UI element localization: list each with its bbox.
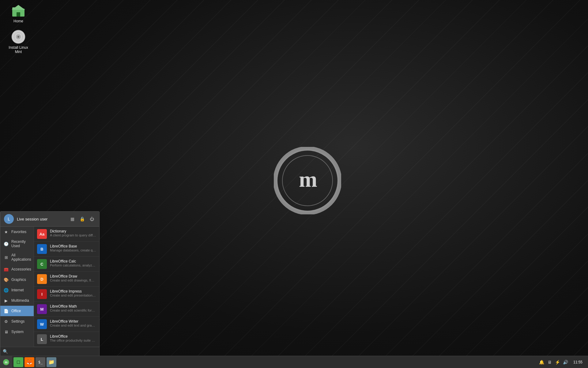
dictionary-name: Dictionary xyxy=(50,229,96,233)
sidebar-item-all-applications[interactable]: ⊞ All Applications xyxy=(0,251,34,264)
desktop: m Home xyxy=(0,0,588,368)
app-item-libreoffice-draw[interactable]: D LibreOffice Draw Create and edit drawi… xyxy=(34,272,99,287)
libreoffice-calc-icon: C xyxy=(37,259,47,269)
sidebar-item-multimedia[interactable]: ▶ Multimedia xyxy=(0,295,34,306)
menu-header: L Live session user ▦ 🔒 ⏻ xyxy=(0,212,99,227)
libreoffice-calc-desc: Perform calculations, analyze informatio… xyxy=(50,263,96,267)
taskbar-terminal[interactable]: $_ xyxy=(36,357,45,367)
libreoffice-base-desc: Manage databases, create queries and r..… xyxy=(50,248,96,252)
sidebar-item-accessories[interactable]: 🧰 Accessories xyxy=(0,264,34,274)
sidebar-item-favorites[interactable]: ★ Favorites xyxy=(0,227,34,237)
libreoffice-calc-name: LibreOffice Calc xyxy=(50,259,96,263)
office-icon: 📄 xyxy=(3,308,9,314)
sidebar-item-multimedia-label: Multimedia xyxy=(11,298,29,303)
multimedia-icon: ▶ xyxy=(3,298,9,303)
libreoffice-writer-desc: Create and edit text and graphics in let… xyxy=(50,324,96,327)
libreoffice-base-info: LibreOffice Base Manage databases, creat… xyxy=(50,244,96,252)
taskbar-tray: 🔔 🖥 ⚡ 🔊 11:55 xyxy=(536,359,588,365)
svg-rect-5 xyxy=(17,12,20,17)
libreoffice-math-desc: Create and edit scientific formulas and … xyxy=(50,309,96,312)
libreoffice-impress-icon: I xyxy=(37,289,47,299)
files-icon: 📁 xyxy=(48,359,55,365)
libreoffice-base-icon: B xyxy=(37,244,47,254)
libreoffice-base-name: LibreOffice Base xyxy=(50,244,96,248)
install-icon-label: Install Linux Mint xyxy=(9,45,28,54)
app-item-libreoffice-impress[interactable]: I LibreOffice Impress Create and edit pr… xyxy=(34,287,99,302)
display-tray-icon[interactable]: 🖥 xyxy=(547,359,552,365)
taskbar-show-desktop[interactable]: □ xyxy=(13,357,23,367)
logout-icon[interactable]: ⏻ xyxy=(88,215,96,223)
lock-icon[interactable]: 🔒 xyxy=(78,215,86,223)
libreoffice-math-name: LibreOffice Math xyxy=(50,304,96,309)
volume-tray-icon[interactable]: 🔊 xyxy=(563,359,568,365)
libreoffice-impress-info: LibreOffice Impress Create and edit pres… xyxy=(50,289,96,297)
libreoffice-calc-info: LibreOffice Calc Perform calculations, a… xyxy=(50,259,96,267)
sidebar-item-graphics-label: Graphics xyxy=(11,278,26,282)
settings-icon: ⚙ xyxy=(3,319,9,324)
libreoffice-info: LibreOffice The office productivity suit… xyxy=(50,334,96,342)
search-input[interactable] xyxy=(10,349,97,354)
power-tray-icon[interactable]: ⚡ xyxy=(555,359,560,365)
taskbar-clock: 11:55 xyxy=(571,360,585,364)
sidebar-item-system-label: System xyxy=(11,330,24,334)
system-icon: 🖥 xyxy=(3,329,9,335)
notification-tray-icon[interactable]: 🔔 xyxy=(539,359,545,365)
sidebar-item-settings-label: Settings xyxy=(11,319,24,324)
app-item-libreoffice-base[interactable]: B LibreOffice Base Manage databases, cre… xyxy=(34,242,99,257)
start-menu: L Live session user ▦ 🔒 ⏻ ★ Favorites 🕐 … xyxy=(0,211,100,356)
sidebar-item-internet-label: Internet xyxy=(11,288,24,292)
sidebar-item-graphics[interactable]: 🎨 Graphics xyxy=(0,274,34,285)
show-desktop-icon: □ xyxy=(17,359,20,365)
sidebar-item-office[interactable]: 📄 Office xyxy=(0,306,34,316)
libreoffice-math-info: LibreOffice Math Create and edit scienti… xyxy=(50,304,96,312)
libreoffice-icon: L xyxy=(37,334,47,344)
svg-text:m: m xyxy=(299,167,317,192)
taskbar-firefox[interactable]: 🦊 xyxy=(24,357,34,367)
app-item-libreoffice[interactable]: L LibreOffice The office productivity su… xyxy=(34,332,99,347)
libreoffice-impress-desc: Create and edit presentations for slides… xyxy=(50,293,96,297)
menu-header-icons: ▦ 🔒 ⏻ xyxy=(69,215,96,223)
sidebar-item-office-label: Office xyxy=(11,309,21,313)
menu-body: ★ Favorites 🕐 Recently Used ⊞ All Applic… xyxy=(0,227,99,347)
libreoffice-impress-name: LibreOffice Impress xyxy=(50,289,96,293)
libreoffice-writer-icon: W xyxy=(37,319,47,329)
mint-logo: m xyxy=(274,147,341,214)
app-item-libreoffice-writer[interactable]: W LibreOffice Writer Create and edit tex… xyxy=(34,317,99,332)
app-item-libreoffice-calc[interactable]: C LibreOffice Calc Perform calculations,… xyxy=(34,257,99,272)
svg-point-9 xyxy=(17,36,19,38)
sidebar-item-recently-used-label: Recently Used xyxy=(11,240,31,248)
sidebar-item-accessories-label: Accessories xyxy=(11,267,31,271)
libreoffice-draw-desc: Create and edit drawings, flow charts an… xyxy=(50,278,96,282)
app-item-libreoffice-math[interactable]: M LibreOffice Math Create and edit scien… xyxy=(34,302,99,317)
libreoffice-writer-info: LibreOffice Writer Create and edit text … xyxy=(50,319,96,327)
menu-search-bar: 🔍 xyxy=(0,347,99,356)
taskbar: m □ 🦊 $_ 📁 🔔 🖥 ⚡ 🔊 11:55 xyxy=(0,356,588,368)
libreoffice-draw-icon: D xyxy=(37,274,47,284)
start-button[interactable]: m xyxy=(0,356,12,368)
sidebar-item-favorites-label: Favorites xyxy=(11,230,26,234)
sidebar-item-system[interactable]: 🖥 System xyxy=(0,327,34,337)
sidebar-item-settings[interactable]: ⚙ Settings xyxy=(0,316,34,327)
menu-username: Live session user xyxy=(17,217,66,221)
favorites-icon: ★ xyxy=(3,229,9,235)
firefox-icon: 🦊 xyxy=(26,359,32,365)
home-folder-icon xyxy=(11,3,26,18)
accessories-icon: 🧰 xyxy=(3,266,9,272)
dictionary-desc: A client program to query different dict… xyxy=(50,233,96,237)
sidebar-item-recently-used[interactable]: 🕐 Recently Used xyxy=(0,237,34,251)
search-icon: 🔍 xyxy=(3,349,8,354)
software-manager-icon[interactable]: ▦ xyxy=(69,215,76,223)
dictionary-icon: Aa xyxy=(37,229,47,239)
taskbar-files[interactable]: 📁 xyxy=(47,357,56,367)
libreoffice-draw-name: LibreOffice Draw xyxy=(50,274,96,278)
desktop-icon-home[interactable]: Home xyxy=(6,3,31,23)
install-disc-icon xyxy=(11,29,26,44)
svg-rect-6 xyxy=(12,7,17,10)
desktop-icon-install[interactable]: Install Linux Mint xyxy=(6,29,31,54)
app-item-dictionary[interactable]: Aa Dictionary A client program to query … xyxy=(34,227,99,242)
taskbar-items: □ 🦊 $_ 📁 xyxy=(12,357,536,367)
terminal-icon: $_ xyxy=(38,360,43,364)
desktop-icons: Home Install Linux Mint xyxy=(6,3,31,54)
sidebar-item-internet[interactable]: 🌐 Internet xyxy=(0,285,34,295)
libreoffice-name: LibreOffice xyxy=(50,334,96,339)
